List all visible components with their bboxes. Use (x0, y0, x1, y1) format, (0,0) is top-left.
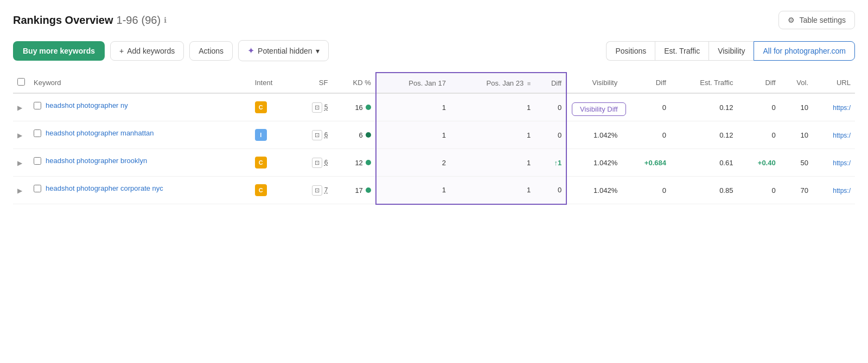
keyword-link[interactable]: headshot photographer brooklyn (46, 157, 147, 165)
est-diff-value: 0 (771, 186, 775, 195)
pos-jan17-cell: 1 (376, 121, 450, 149)
sf-value: 6 (324, 159, 328, 166)
diff-value: ↑1 (554, 159, 562, 167)
pos-jan23-cell: 1 (450, 149, 535, 177)
buy-keywords-button[interactable]: Buy more keywords (13, 41, 105, 61)
dropdown-arrow-icon: ▾ (316, 47, 320, 55)
url-header: URL (813, 73, 855, 93)
table-row: ▶ headshot photographer manhattan I⊡6611… (13, 121, 855, 149)
url-link[interactable]: https:/ (833, 104, 851, 112)
expand-button[interactable]: ▶ (17, 104, 22, 112)
vol-cell: 10 (780, 121, 813, 149)
kd-cell: 6 (332, 121, 375, 149)
sort-icon: ≡ (527, 80, 531, 87)
url-link[interactable]: https:/ (833, 159, 851, 167)
est-diff-header: Diff (737, 73, 780, 93)
diff-value: 0 (558, 103, 561, 112)
url-link[interactable]: https:/ (833, 132, 851, 139)
add-keywords-label: Add keywords (127, 47, 175, 55)
kd-dot (366, 160, 371, 165)
header-row: Rankings Overview 1-96 (96) ℹ ⚙ Table se… (13, 11, 855, 29)
visibility-header: Visibility (566, 73, 622, 93)
table-header-row: Keyword Intent SF KD % Pos. Jan 17 (13, 73, 855, 93)
url-cell: https:/ (813, 149, 855, 177)
kd-value: 12 (355, 159, 362, 167)
vis-diff-cell: 0 (622, 121, 671, 149)
row-checkbox[interactable] (34, 157, 41, 165)
row-checkbox[interactable] (34, 129, 41, 137)
intent-badge: C (255, 101, 267, 113)
pos-diff-cell: 0 (535, 93, 566, 121)
kd-cell: 12 (332, 149, 375, 177)
table-settings-button[interactable]: ⚙ Table settings (778, 11, 855, 29)
sf-icon: ⊡ (312, 102, 322, 113)
url-link[interactable]: https:/ (833, 187, 851, 195)
pos-diff-cell: ↑1 (535, 149, 566, 177)
keyword-cell: headshot photographer corporate nyc (29, 177, 251, 200)
vol-header: Vol. (780, 73, 813, 93)
est-traffic-header: Est. Traffic (671, 73, 737, 93)
vol-cell: 10 (780, 93, 813, 121)
view-tabs: Positions Est. Traffic Visibility All fo… (606, 41, 855, 61)
sparkle-icon: ✦ (247, 46, 254, 56)
est-traffic-cell: 0.12 (671, 93, 737, 121)
est-traffic-cell: 0.12 (671, 121, 737, 149)
table-row: ▶ headshot photographer ny C⊡5161101.042… (13, 93, 855, 121)
kd-dot (366, 187, 371, 193)
vis-diff-value: 0 (662, 103, 666, 112)
actions-button[interactable]: Actions (189, 41, 233, 61)
select-all-header (13, 73, 29, 93)
keyword-link[interactable]: headshot photographer ny (46, 101, 128, 109)
expand-cell: ▶ (13, 149, 29, 177)
est-diff-value: 0 (771, 103, 775, 112)
info-icon[interactable]: ℹ (164, 16, 167, 24)
keyword-link[interactable]: headshot photographer manhattan (46, 129, 154, 137)
page-title: Rankings Overview (13, 14, 113, 27)
pos-diff-header: Diff (535, 73, 566, 93)
intent-cell: C (251, 93, 293, 121)
sf-value: 5 (324, 103, 328, 111)
pos-jan17-cell: 1 (376, 177, 450, 204)
visibility-cell: 1.042% (566, 177, 622, 204)
keyword-cell: headshot photographer manhattan (29, 121, 251, 145)
expand-button[interactable]: ▶ (17, 187, 22, 195)
kd-value: 16 (355, 103, 362, 112)
expand-button[interactable]: ▶ (17, 132, 22, 139)
row-checkbox[interactable] (34, 185, 41, 192)
pos-jan23-header[interactable]: Pos. Jan 23 ≡ (450, 73, 535, 93)
expand-button[interactable]: ▶ (17, 159, 22, 167)
keyword-link[interactable]: headshot photographer corporate nyc (46, 184, 163, 192)
add-keywords-button[interactable]: + Add keywords (110, 41, 184, 61)
est-traffic-tab[interactable]: Est. Traffic (655, 41, 709, 61)
est-diff-cell: 0 (737, 177, 780, 204)
expand-cell: ▶ (13, 177, 29, 204)
sf-icon: ⊡ (312, 158, 322, 168)
vis-diff-cell: 0 (622, 177, 671, 204)
est-traffic-cell: 0.61 (671, 149, 737, 177)
row-checkbox[interactable] (34, 102, 41, 109)
visibility-cell: 1.042% (566, 93, 622, 121)
potential-hidden-button[interactable]: ✦ Potential hidden ▾ (238, 40, 328, 61)
toolbar: Buy more keywords + Add keywords Actions… (13, 40, 855, 61)
pos-jan23-cell: 1 (450, 121, 535, 149)
pos-jan17-cell: 2 (376, 149, 450, 177)
url-cell: https:/ (813, 177, 855, 204)
select-all-checkbox[interactable] (17, 78, 25, 86)
vis-diff-value: 0 (662, 186, 666, 195)
title-count: (96) (142, 14, 161, 27)
gear-icon: ⚙ (788, 16, 795, 24)
table-row: ▶ headshot photographer corporate nyc C⊡… (13, 177, 855, 204)
visibility-tab[interactable]: Visibility (709, 41, 754, 61)
kd-cell: 17 (332, 177, 375, 204)
kd-value: 17 (355, 186, 362, 195)
domain-tab[interactable]: All for photographer.com (754, 41, 855, 61)
positions-tab[interactable]: Positions (606, 41, 655, 61)
potential-hidden-label: Potential hidden (258, 47, 312, 55)
pos-jan17-header[interactable]: Pos. Jan 17 (376, 73, 450, 93)
visibility-cell: 1.042% (566, 121, 622, 149)
plus-icon: + (119, 47, 124, 55)
url-cell: https:/ (813, 93, 855, 121)
vis-diff-header: Diff (622, 73, 671, 93)
intent-badge: I (255, 129, 267, 141)
sf-icon: ⊡ (312, 130, 322, 140)
